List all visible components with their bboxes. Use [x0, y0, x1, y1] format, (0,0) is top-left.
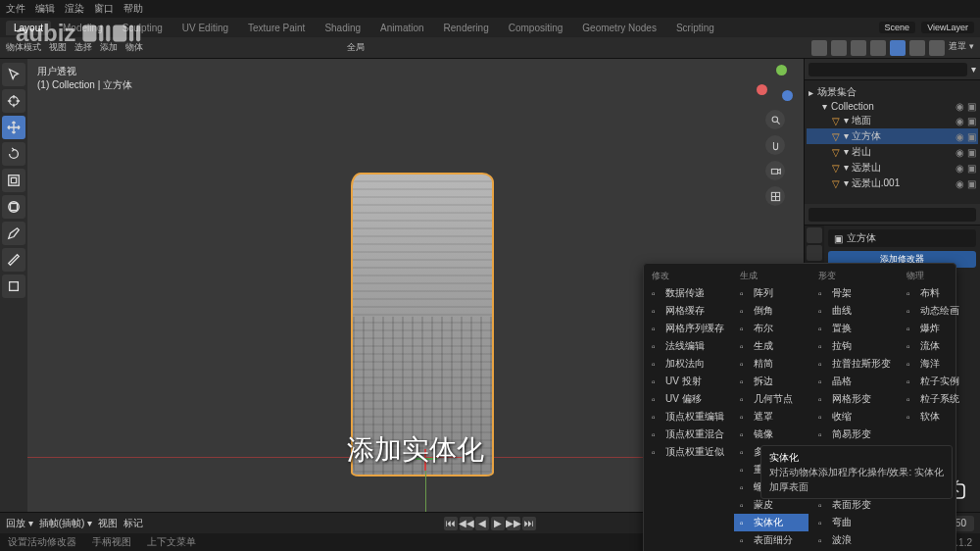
- tool-select[interactable]: [2, 63, 25, 86]
- tab-texture[interactable]: Texture Paint: [240, 21, 313, 35]
- xray-toggle-icon[interactable]: [851, 40, 866, 56]
- modifier-item[interactable]: ▫UV 投射: [646, 373, 730, 390]
- tool-cursor[interactable]: [2, 89, 25, 113]
- keying-dropdown[interactable]: 插帧(插帧) ▾: [39, 517, 92, 530]
- pan-icon[interactable]: [765, 135, 785, 155]
- zoom-icon[interactable]: [765, 110, 785, 129]
- filter-icon[interactable]: ▾: [971, 64, 976, 75]
- modifier-item[interactable]: ▫简易形变: [812, 426, 897, 443]
- modifier-item[interactable]: ▫生成: [734, 337, 808, 355]
- menu-edit[interactable]: 编辑: [35, 2, 55, 16]
- tool-rotate[interactable]: [2, 142, 25, 166]
- modifier-item[interactable]: ▫数据传递: [646, 284, 730, 302]
- gizmo-toggle-icon[interactable]: [811, 40, 827, 56]
- outliner-item[interactable]: ▽▾ 岩山◉▣: [807, 144, 978, 160]
- outliner[interactable]: ▸场景集合 ▾Collection◉▣ ▽▾ 地面◉▣ ▽▾ 立方体◉▣ ▽▾ …: [805, 80, 980, 204]
- modifier-item[interactable]: ▫网格缓存: [646, 302, 730, 320]
- modifier-item[interactable]: ▫UV 偏移: [646, 390, 730, 408]
- modifier-item[interactable]: ▫曲线: [812, 302, 897, 320]
- modifier-item[interactable]: ▫爆炸: [901, 320, 965, 337]
- shading-wire-icon[interactable]: [870, 40, 886, 56]
- modifier-item[interactable]: ▫几何节点: [734, 390, 808, 408]
- viewlayer-field[interactable]: ViewLayer: [921, 22, 974, 33]
- tl-view[interactable]: 视图: [98, 517, 118, 530]
- overlay-dropdown[interactable]: 遮罩 ▾: [949, 40, 974, 56]
- outliner-item[interactable]: ▽▾ 地面◉▣: [807, 113, 978, 128]
- modifier-item[interactable]: ▫网格序列缓存: [646, 320, 730, 337]
- modifier-item[interactable]: ▫布料: [901, 284, 965, 302]
- properties-search[interactable]: [808, 208, 976, 222]
- tab-uv[interactable]: UV Editing: [174, 21, 236, 35]
- modifier-item[interactable]: ▫骨架: [812, 284, 897, 302]
- jump-start-icon[interactable]: ⏮: [444, 517, 458, 530]
- modifier-item[interactable]: ▫法线编辑: [646, 337, 730, 355]
- ptab-output[interactable]: [807, 245, 822, 261]
- modifier-item[interactable]: ▫顶点权重近似: [646, 443, 730, 461]
- tab-animation[interactable]: Animation: [372, 21, 431, 35]
- menu-help[interactable]: 帮助: [123, 2, 143, 16]
- tool-transform[interactable]: [2, 195, 25, 219]
- modifier-item[interactable]: ▫弯曲: [812, 514, 897, 531]
- tool-annotate[interactable]: [2, 222, 25, 245]
- outliner-root[interactable]: ▸场景集合: [807, 84, 978, 100]
- modifier-item[interactable]: ▫网格形变: [812, 390, 897, 408]
- modifier-item[interactable]: ▫海洋: [901, 355, 965, 373]
- outliner-item[interactable]: ▽▾ 远景山.001◉▣: [807, 175, 978, 191]
- tab-shading[interactable]: Shading: [317, 21, 368, 35]
- play-rev-icon[interactable]: ◀: [475, 517, 489, 530]
- modifier-item[interactable]: ▫粒子系统: [901, 390, 965, 408]
- tab-rendering[interactable]: Rendering: [436, 21, 497, 35]
- tool-addcube[interactable]: [2, 275, 25, 298]
- shading-matprev-icon[interactable]: [909, 40, 925, 56]
- modifier-item[interactable]: ▫顶点权重混合: [646, 426, 730, 443]
- tl-marker[interactable]: 标记: [123, 517, 143, 530]
- transform-orientation[interactable]: 全局: [347, 41, 365, 54]
- shading-render-icon[interactable]: [929, 40, 945, 56]
- modifier-item[interactable]: ▫波浪: [812, 531, 897, 549]
- prev-key-icon[interactable]: ◀◀: [460, 517, 473, 530]
- modifier-item[interactable]: ▫倒角: [734, 302, 808, 320]
- tab-compositing[interactable]: Compositing: [501, 21, 571, 35]
- modifier-item[interactable]: ▫遮罩: [734, 408, 808, 426]
- tab-geonodes[interactable]: Geometry Nodes: [574, 21, 664, 35]
- jump-end-icon[interactable]: ⏭: [522, 517, 536, 530]
- modifier-item[interactable]: ▫拉普拉斯形变: [812, 355, 897, 373]
- modifier-item[interactable]: ▫拉钩: [812, 337, 897, 355]
- tool-move[interactable]: [2, 116, 25, 139]
- tab-scripting[interactable]: Scripting: [668, 21, 722, 35]
- modifier-item[interactable]: ▫镜像: [734, 426, 808, 443]
- modifier-item[interactable]: ▫置换: [812, 320, 897, 337]
- modifier-item[interactable]: ▫流体: [901, 337, 965, 355]
- outliner-item[interactable]: ▽▾ 远景山◉▣: [807, 160, 978, 175]
- overlay-toggle-icon[interactable]: [831, 40, 847, 56]
- ortho-icon[interactable]: [765, 186, 785, 206]
- nav-gizmo[interactable]: [755, 63, 796, 104]
- camera-icon[interactable]: [765, 161, 785, 180]
- modifier-item[interactable]: ▫动态绘画: [901, 302, 965, 320]
- play-icon[interactable]: ▶: [491, 517, 505, 530]
- outliner-collection[interactable]: ▾Collection◉▣: [807, 100, 978, 113]
- vis-icon[interactable]: ◉: [956, 101, 964, 112]
- modifier-item[interactable]: ▫顶点权重编辑: [646, 408, 730, 426]
- scene-field[interactable]: Scene: [879, 22, 916, 33]
- modifier-item[interactable]: ▫软体: [901, 408, 965, 426]
- modifier-item[interactable]: ▫阵列: [734, 284, 808, 302]
- outliner-item-selected[interactable]: ▽▾ 立方体◉▣: [807, 128, 978, 144]
- modifier-item[interactable]: ▫粒子实例: [901, 373, 965, 390]
- menu-render[interactable]: 渲染: [65, 2, 84, 16]
- tool-measure[interactable]: [2, 248, 25, 272]
- playback-dropdown[interactable]: 回放 ▾: [6, 517, 33, 530]
- modifier-item[interactable]: ▫精简: [734, 355, 808, 373]
- modifier-item[interactable]: ▫拆边: [734, 373, 808, 390]
- ptab-render[interactable]: [807, 227, 822, 243]
- outliner-search[interactable]: [808, 63, 967, 76]
- modifier-item[interactable]: ▫晶格: [812, 373, 897, 390]
- menu-window[interactable]: 窗口: [94, 2, 114, 16]
- menu-file[interactable]: 文件: [6, 2, 25, 16]
- next-key-icon[interactable]: ▶▶: [507, 517, 520, 530]
- modifier-item[interactable]: ▫加权法向: [646, 355, 730, 373]
- tool-scale[interactable]: [2, 169, 25, 192]
- modifier-item[interactable]: ▫表面细分: [734, 531, 808, 549]
- render-icon[interactable]: ▣: [967, 101, 976, 112]
- modifier-item[interactable]: ▫实体化: [734, 514, 808, 531]
